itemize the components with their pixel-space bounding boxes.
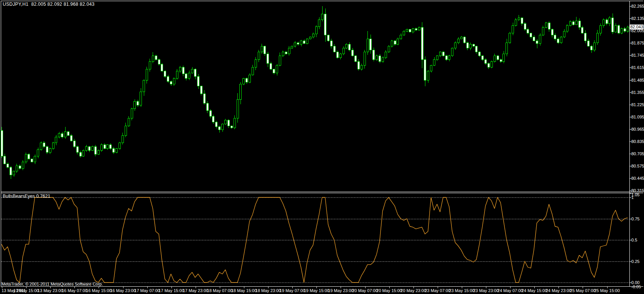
candle-bull bbox=[433, 59, 435, 65]
time-axis-label: 24 May 07:00 bbox=[497, 288, 523, 293]
candle-bear bbox=[155, 56, 157, 60]
candle-bull bbox=[603, 20, 604, 26]
candle-bull bbox=[406, 29, 408, 31]
candle-bear bbox=[578, 21, 580, 27]
candle-bull bbox=[600, 26, 601, 33]
candle-bull bbox=[367, 39, 369, 52]
candle-bear bbox=[588, 41, 590, 46]
candle-bear bbox=[219, 127, 221, 130]
time-axis-label: 24 May 15:00 bbox=[522, 288, 547, 293]
candle-bull bbox=[179, 67, 181, 71]
candle-bull bbox=[258, 52, 260, 60]
candle-bull bbox=[494, 56, 496, 62]
candle-bull bbox=[188, 73, 190, 79]
candle-bear bbox=[357, 61, 359, 69]
candle-bear bbox=[618, 26, 620, 33]
candle-bear bbox=[466, 43, 468, 48]
candle-bear bbox=[61, 133, 63, 137]
candle-bear bbox=[227, 120, 229, 126]
candle-bull bbox=[448, 56, 450, 60]
candle-bull bbox=[563, 31, 565, 37]
candle-bull bbox=[566, 26, 568, 31]
indicator-axis-label: 0.75 bbox=[631, 217, 639, 221]
candle-bear bbox=[206, 103, 208, 111]
time-axis-label: 23 May 15:00 bbox=[449, 288, 475, 293]
candle-bear bbox=[73, 141, 75, 147]
price-axis-label: 81.485 bbox=[631, 78, 644, 82]
candle-bull bbox=[49, 149, 51, 153]
candle-bear bbox=[137, 101, 139, 105]
indicator-axis-label: 1 bbox=[631, 195, 634, 200]
candle-bull bbox=[455, 43, 456, 48]
candle-bull bbox=[288, 48, 290, 54]
candle-bear bbox=[110, 145, 112, 149]
candle-bull bbox=[149, 61, 151, 69]
candle-bear bbox=[488, 63, 489, 67]
candle-bear bbox=[79, 152, 81, 156]
candle-bull bbox=[255, 59, 257, 67]
candle-bear bbox=[415, 28, 417, 30]
indicator-value: 0.7621 bbox=[36, 194, 50, 199]
candle-bull bbox=[458, 39, 460, 43]
time-axis-label: 20 May 15:00 bbox=[376, 288, 402, 293]
candle-bear bbox=[270, 63, 272, 69]
candle-bull bbox=[309, 37, 311, 39]
candle-bear bbox=[164, 71, 166, 77]
price-axis-label: 81.875 bbox=[631, 41, 644, 45]
candle-bear bbox=[273, 69, 275, 73]
candle-bull bbox=[16, 166, 18, 171]
candle-bear bbox=[194, 69, 196, 77]
chart-header: USDJPY,H1 82.005 82.092 81.968 82.043 bbox=[3, 2, 94, 7]
candle-bear bbox=[548, 23, 550, 29]
candle-bull bbox=[300, 41, 302, 44]
candle-bull bbox=[40, 143, 42, 149]
candle-bull bbox=[22, 162, 24, 168]
candle-bull bbox=[376, 56, 378, 60]
candle-bear bbox=[4, 156, 6, 164]
time-axis-label: 25 May 15:00 bbox=[594, 288, 620, 293]
time-axis-label: 17 May 23:00 bbox=[183, 288, 208, 293]
candle-bear bbox=[330, 41, 332, 46]
candle-bear bbox=[158, 59, 160, 64]
candle-bear bbox=[612, 18, 614, 32]
price-axis-label: 81.745 bbox=[631, 53, 644, 57]
candle-bear bbox=[442, 52, 444, 56]
candle-bull bbox=[249, 75, 251, 82]
candle-bull bbox=[382, 58, 384, 62]
candle-bear bbox=[185, 74, 187, 79]
candle-bull bbox=[503, 54, 505, 62]
candle-bear bbox=[333, 46, 335, 52]
candle-bull bbox=[176, 71, 178, 79]
candle-bull bbox=[282, 52, 284, 56]
candle-bear bbox=[19, 166, 21, 168]
candle-bear bbox=[203, 94, 205, 103]
candle-bear bbox=[536, 41, 538, 43]
candle-bull bbox=[143, 80, 145, 92]
candle-bear bbox=[113, 149, 115, 153]
candle-bull bbox=[385, 52, 387, 58]
candle-bull bbox=[191, 69, 193, 73]
candle-bull bbox=[252, 67, 254, 75]
candle-bear bbox=[530, 33, 532, 37]
candle-bear bbox=[352, 50, 354, 56]
candle-bear bbox=[297, 43, 299, 44]
candle-bull bbox=[116, 149, 118, 153]
candle-bull bbox=[451, 48, 453, 56]
chart-canvas[interactable] bbox=[0, 0, 644, 294]
candle-bull bbox=[609, 18, 611, 24]
candle-bear bbox=[170, 81, 172, 84]
candle-bull bbox=[509, 33, 511, 43]
candle-bear bbox=[585, 33, 586, 41]
candle-bear bbox=[581, 28, 583, 33]
time-axis-label: 18 May 23:00 bbox=[255, 288, 281, 293]
candle-bear bbox=[216, 122, 217, 126]
candle-bull bbox=[237, 99, 239, 118]
candle-bull bbox=[461, 37, 463, 39]
candle-bear bbox=[76, 147, 78, 153]
candle-bear bbox=[285, 52, 287, 54]
candle-bear bbox=[28, 154, 30, 159]
candle-bear bbox=[303, 41, 305, 43]
candle-bear bbox=[421, 28, 423, 60]
candle-bear bbox=[424, 59, 426, 80]
candle-bull bbox=[615, 26, 617, 32]
